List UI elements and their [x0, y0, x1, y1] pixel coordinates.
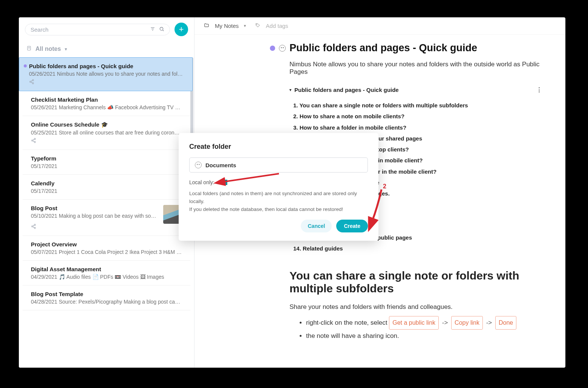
search-box[interactable] [25, 24, 170, 35]
svg-point-15 [34, 141, 36, 143]
chevron-down-icon: ▾ [65, 47, 67, 52]
toc-item[interactable]: 1. You can share a single note or folder… [293, 100, 543, 111]
note-item[interactable]: Calendly 05/17/2021 [23, 175, 190, 200]
help-text: Local folders (and notes in them) are no… [189, 190, 368, 214]
annotation-label-2: 2 [383, 183, 386, 190]
svg-line-12 [31, 82, 32, 83]
breadcrumb[interactable]: My Notes [215, 23, 239, 29]
more-icon[interactable]: ⋮ [536, 86, 543, 93]
svg-point-20 [34, 227, 36, 229]
note-item[interactable]: Digital Asset Management 04/29/2021 🎵 Au… [23, 261, 190, 286]
note-item[interactable]: Online Courses Schedule 🎓 05/25/2021 Sto… [23, 116, 190, 150]
svg-point-9 [30, 81, 31, 82]
folder-name-input[interactable]: Documents [189, 157, 368, 173]
note-meta: 05/10/2021 Making a blog post can be eas… [31, 213, 159, 219]
note-title: Calendly [31, 180, 182, 186]
toc-item[interactable]: 2. How to share a note on mobile clients… [293, 111, 543, 122]
note-title: Project Overview [31, 241, 182, 247]
color-dot-icon [270, 46, 275, 51]
note-item[interactable]: Project Overview 05/07/2021 Project 1 Co… [23, 236, 190, 261]
emoji-picker-icon[interactable] [195, 162, 202, 168]
note-meta: 04/29/2021 🎵 Audio files 📄 PDFs 📼 Videos… [31, 274, 182, 280]
note-title: Blog Post Template [31, 291, 182, 297]
folder-icon [204, 23, 210, 29]
svg-line-4 [163, 30, 164, 31]
svg-point-3 [160, 27, 163, 30]
add-note-button[interactable]: + [175, 23, 188, 36]
svg-point-8 [32, 79, 34, 81]
section-text: Share your notes and folders with friend… [289, 303, 543, 311]
notes-list: Public folders and pages - Quick guide 0… [19, 57, 194, 368]
local-only-checkbox[interactable] [222, 180, 227, 185]
note-item[interactable]: Typeform 05/17/2021 [23, 150, 190, 175]
svg-line-17 [33, 141, 34, 142]
note-title: Blog Post [31, 205, 182, 211]
note-meta: 05/26/2021 Nimbus Note allows you to sha… [29, 71, 184, 77]
search-input[interactable] [31, 26, 147, 33]
sidebar: + All notes ▾ Public folders and pages -… [19, 17, 194, 368]
tag-icon [255, 23, 260, 29]
toc-item[interactable]: 3. How to share a folder in mobile clien… [293, 122, 543, 133]
local-only-label: Local only: [189, 179, 214, 185]
create-button[interactable]: Create [336, 220, 368, 232]
page-title-row: Public folders and pages - Quick guide [270, 42, 543, 54]
create-folder-modal: Create folder Documents Local only: Loca… [179, 133, 378, 241]
svg-point-14 [32, 140, 33, 141]
share-icon [31, 138, 182, 144]
topbar: My Notes ▾ Add tags [194, 17, 565, 35]
note-meta: 05/07/2021 Project 1 Coca Cola Project 2… [31, 249, 182, 255]
note-item[interactable]: Blog Post Template 04/28/2021 Source: Pe… [23, 286, 190, 310]
share-icon [31, 224, 182, 230]
local-only-row: Local only: [189, 179, 368, 185]
folder-name-value: Documents [205, 162, 236, 168]
modal-actions: Cancel Create [189, 220, 368, 232]
svg-line-16 [33, 139, 34, 140]
pill: Done [495, 316, 516, 330]
toc-title: Public folders and pages - Quick guide [294, 87, 399, 93]
pill: Copy link [451, 316, 483, 330]
note-meta: 05/17/2021 [31, 163, 182, 169]
caret-down-icon[interactable]: ▾ [289, 88, 291, 92]
svg-point-10 [32, 82, 34, 84]
list-item: right-click on the note, select Get a pu… [306, 316, 543, 330]
all-notes-dropdown[interactable]: All notes ▾ [19, 41, 194, 57]
all-notes-label: All notes [35, 46, 61, 52]
list-item: the note will have a sharing icon. [306, 330, 543, 342]
filter-icon[interactable] [150, 26, 155, 33]
notes-icon [26, 45, 32, 53]
toc-item[interactable]: 14. Related guides [293, 243, 543, 254]
svg-line-11 [31, 81, 32, 81]
note-title: Public folders and pages - Quick guide [29, 63, 184, 69]
note-meta: 05/26/2021 Marketing Channels 📣 Facebook… [31, 104, 182, 110]
search-icon[interactable] [159, 26, 164, 33]
svg-point-23 [257, 24, 257, 25]
note-item[interactable]: Checklist Marketing Plan 05/26/2021 Mark… [23, 91, 190, 116]
intro-text: Nimbus Note allows you to share your not… [289, 61, 543, 76]
note-title: Typeform [31, 155, 182, 162]
bullet-list: right-click on the note, select Get a pu… [299, 316, 543, 342]
modal-title: Create folder [189, 143, 368, 151]
svg-line-22 [33, 227, 34, 228]
page-title: Public folders and pages - Quick guide [289, 42, 477, 54]
note-title: Checklist Marketing Plan [31, 96, 182, 103]
svg-point-13 [34, 138, 36, 140]
note-item[interactable]: Public folders and pages - Quick guide 0… [19, 57, 193, 91]
cancel-button[interactable]: Cancel [301, 220, 332, 232]
chevron-down-icon: ▾ [244, 23, 246, 28]
emoji-picker-icon[interactable] [279, 45, 286, 52]
sidebar-header: + [19, 17, 194, 41]
note-title: Digital Asset Management [31, 266, 182, 272]
section-heading: You can share a single note or folders w… [289, 269, 543, 295]
pill: Get a public link [389, 316, 439, 330]
svg-line-21 [33, 225, 34, 226]
note-title: Online Courses Schedule 🎓 [31, 121, 182, 128]
note-meta: 05/17/2021 [31, 188, 182, 194]
note-item[interactable]: Blog Post 05/10/2021 Making a blog post … [23, 200, 190, 236]
note-meta: 05/25/2021 Store all online courses that… [31, 130, 182, 136]
svg-point-18 [34, 224, 36, 226]
share-icon [29, 79, 184, 86]
note-meta: 04/28/2021 Source: Pexels/Picography Mak… [31, 299, 182, 305]
svg-point-19 [32, 226, 33, 227]
add-tags[interactable]: Add tags [266, 23, 288, 29]
